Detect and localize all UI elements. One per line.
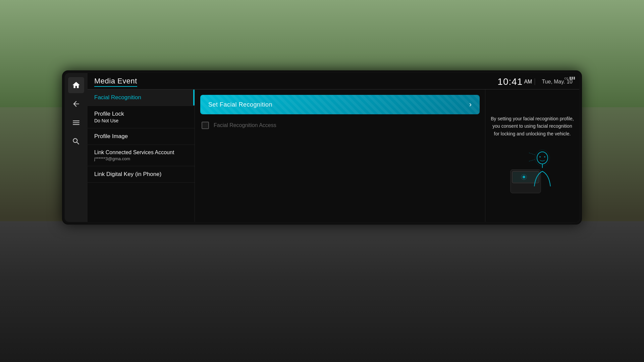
set-facial-recognition-label: Set Facial Recognition xyxy=(208,101,272,108)
scroll-indicator xyxy=(193,89,195,106)
content-area: Facial Recognition Profile Lock Do Not U… xyxy=(88,89,579,222)
header-time-container: 10:41 AM Tue, May. 10 xyxy=(497,76,573,87)
menu-item-profile-image[interactable]: Profile Image xyxy=(88,128,195,145)
status-bar: co ▮▮▮ xyxy=(564,76,575,80)
main-content: Media Event 10:41 AM Tue, May. 10 co ▮▮▮ xyxy=(88,73,579,222)
menu-item-facial-recognition[interactable]: Facial Recognition xyxy=(88,89,195,106)
facial-recognition-access-checkbox[interactable] xyxy=(202,122,209,129)
menu-item-label: Facial Recognition xyxy=(94,94,188,101)
menu-item-detail: j******3@gma.com xyxy=(94,156,188,161)
menu-item-subtitle: Do Not Use xyxy=(94,118,188,123)
menu-item-profile-lock[interactable]: Profile Lock Do Not Use xyxy=(88,106,195,128)
menu-item-link-connected-services[interactable]: Link Connected Services Account j******3… xyxy=(88,145,195,166)
recognition-access-label: Facial Recognition Access xyxy=(214,122,276,128)
screen: Media Event 10:41 AM Tue, May. 10 co ▮▮▮ xyxy=(65,73,579,222)
page-title: Media Event xyxy=(94,77,137,85)
menu-item-label: Link Connected Services Account xyxy=(94,149,188,156)
svg-point-10 xyxy=(523,176,525,178)
recognition-access-row: Facial Recognition Access xyxy=(200,118,480,132)
clock-time: 10:41 xyxy=(497,76,523,87)
time-date-divider xyxy=(535,78,535,85)
svg-line-8 xyxy=(529,160,535,161)
facial-recognition-info-text: By setting your facial recognition profi… xyxy=(491,115,574,137)
sidebar-item-menu[interactable] xyxy=(68,115,84,131)
svg-point-6 xyxy=(544,156,545,158)
svg-line-7 xyxy=(529,153,535,155)
sidebar xyxy=(65,73,88,222)
left-menu: Facial Recognition Profile Lock Do Not U… xyxy=(88,89,195,222)
signal-bars: ▮▮▮ xyxy=(569,76,575,80)
menu-item-label: Profile Image xyxy=(94,133,188,140)
svg-point-3 xyxy=(537,152,548,164)
sidebar-item-home[interactable] xyxy=(68,77,84,93)
set-facial-recognition-arrow: › xyxy=(469,100,472,109)
menu-item-link-digital-key[interactable]: Link Digital Key (in Phone) xyxy=(88,166,195,183)
svg-rect-2 xyxy=(513,172,538,182)
header-title-container: Media Event xyxy=(94,77,137,87)
set-facial-recognition-button[interactable]: Set Facial Recognition › xyxy=(200,95,480,114)
clock-ampm: AM xyxy=(524,79,532,85)
header: Media Event 10:41 AM Tue, May. 10 co ▮▮▮ xyxy=(88,73,579,89)
sidebar-item-search[interactable] xyxy=(68,133,84,149)
screen-bezel: Media Event 10:41 AM Tue, May. 10 co ▮▮▮ xyxy=(62,70,582,225)
sidebar-item-back[interactable] xyxy=(68,96,84,112)
menu-item-label: Link Digital Key (in Phone) xyxy=(94,171,188,178)
menu-item-label: Profile Lock xyxy=(94,111,188,117)
center-panel: Set Facial Recognition › Facial Recognit… xyxy=(195,89,485,222)
facial-recognition-illustration xyxy=(509,143,556,196)
title-underline xyxy=(94,86,137,87)
signal-label: co xyxy=(564,76,568,80)
right-info-panel: By setting your facial recognition profi… xyxy=(485,89,579,222)
svg-point-5 xyxy=(539,156,541,158)
